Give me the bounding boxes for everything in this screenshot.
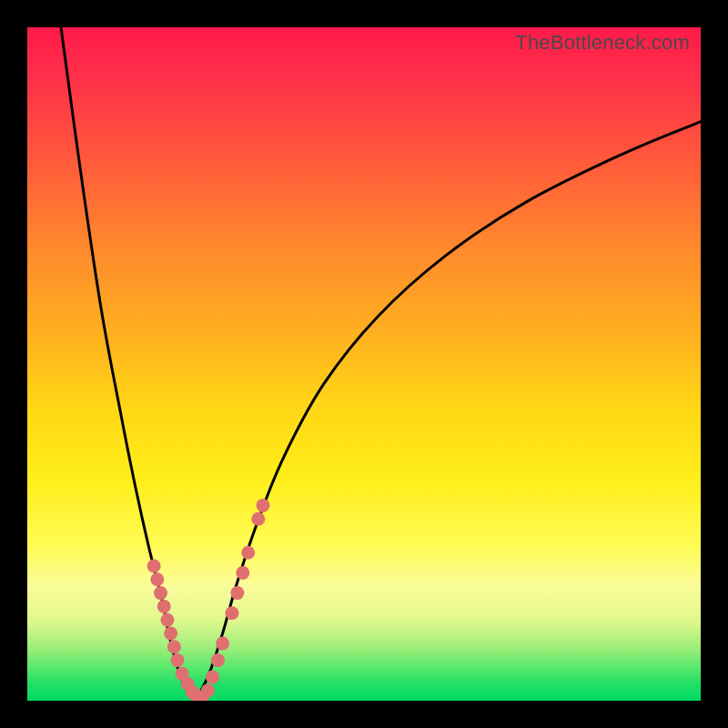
data-marker [236, 566, 249, 580]
data-marker [211, 653, 225, 667]
data-marker [201, 683, 215, 697]
data-marker [150, 572, 164, 586]
chart-frame: TheBottleneck.com [0, 0, 728, 728]
data-marker [251, 512, 265, 526]
curve-layer [61, 27, 701, 701]
data-marker [206, 671, 219, 684]
data-marker [160, 613, 174, 627]
data-marker [147, 560, 161, 573]
data-marker [167, 640, 181, 653]
data-marker [171, 653, 185, 667]
data-marker [241, 546, 255, 560]
curve-left-curve [61, 27, 196, 701]
data-marker [216, 637, 229, 651]
data-marker [157, 600, 171, 613]
data-marker [154, 586, 167, 600]
data-marker [225, 606, 238, 620]
marker-layer [147, 499, 270, 701]
data-marker [257, 499, 270, 512]
data-marker [230, 586, 244, 600]
curve-right-curve [196, 122, 701, 701]
chart-svg [27, 27, 701, 701]
plot-area: TheBottleneck.com [27, 27, 701, 701]
data-marker [164, 627, 177, 641]
